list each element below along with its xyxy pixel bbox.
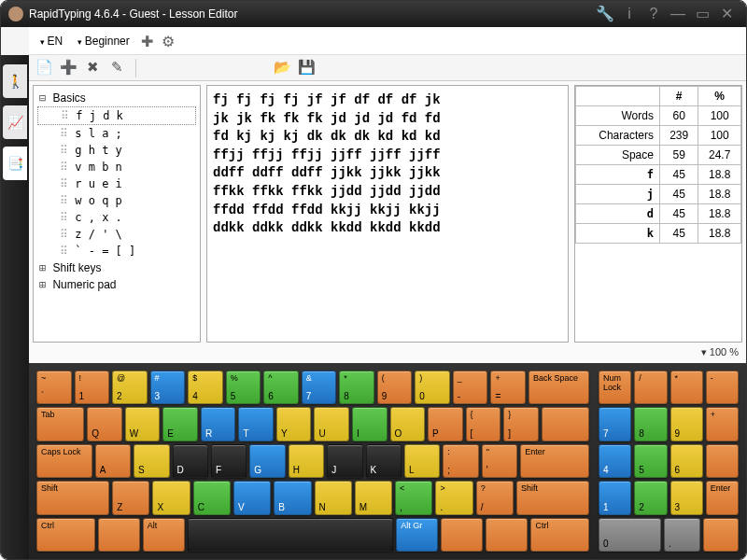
side-tab-stats[interactable]: 📈 <box>3 105 27 139</box>
key[interactable]: 0 <box>599 518 661 552</box>
key[interactable]: L <box>404 444 440 478</box>
key[interactable] <box>542 407 589 441</box>
key[interactable]: Alt <box>143 518 185 552</box>
key[interactable]: G <box>249 444 285 478</box>
key[interactable]: %5 <box>226 371 261 404</box>
lesson-item[interactable]: z / ' \ <box>37 226 196 243</box>
key[interactable]: O <box>390 407 426 441</box>
key[interactable]: }] <box>503 407 539 441</box>
key[interactable]: 5 <box>634 444 667 478</box>
key[interactable]: Ctrl <box>530 518 589 552</box>
key[interactable]: I <box>352 407 388 441</box>
key[interactable]: A <box>95 444 131 478</box>
key[interactable]: ~` <box>36 371 72 404</box>
key[interactable]: 8 <box>634 407 667 441</box>
key[interactable]: 7 <box>599 407 631 441</box>
edit-icon[interactable]: ✎ <box>107 59 126 77</box>
add-lesson-icon[interactable]: ➕ <box>59 59 78 77</box>
zoom-indicator[interactable]: ▾ 100 % <box>29 346 746 363</box>
key[interactable]: 4 <box>599 444 631 478</box>
key[interactable]: Num Lock <box>599 371 631 404</box>
key[interactable] <box>98 518 140 552</box>
key[interactable]: 1 <box>599 481 631 514</box>
open-folder-icon[interactable]: 📂 <box>273 59 291 77</box>
key[interactable]: Enter <box>706 481 739 514</box>
key[interactable]: * <box>670 371 703 404</box>
lesson-tree[interactable]: Basics f j d ks l a ;g h t yv m b nr u e… <box>33 85 201 343</box>
minimize-icon[interactable]: — <box>669 5 687 23</box>
side-tab-editor[interactable]: 📑 <box>3 147 27 180</box>
key[interactable]: . <box>664 518 700 552</box>
key[interactable]: !1 <box>75 371 110 404</box>
level-dropdown[interactable]: Beginner <box>72 32 135 50</box>
key[interactable]: >. <box>435 481 472 514</box>
key[interactable]: W <box>125 407 161 441</box>
gear-icon[interactable]: ⚙ <box>160 33 176 49</box>
lesson-item[interactable]: w o q p <box>37 192 196 209</box>
key[interactable]: @2 <box>112 371 148 404</box>
key[interactable]: K <box>366 444 402 478</box>
delete-icon[interactable]: ✖ <box>83 59 102 77</box>
key[interactable] <box>703 518 740 552</box>
folder-shift[interactable]: Shift keys <box>37 259 196 276</box>
key[interactable]: ?/ <box>476 481 514 514</box>
key[interactable] <box>486 518 528 552</box>
wrench-icon[interactable]: 🔧 <box>596 5 614 23</box>
key[interactable]: T <box>238 407 274 441</box>
key[interactable]: (9 <box>377 371 413 404</box>
key[interactable]: Tab <box>36 407 84 441</box>
key[interactable]: Y <box>276 407 312 441</box>
lesson-item[interactable]: g h t y <box>37 142 196 159</box>
key[interactable]: *8 <box>339 371 374 404</box>
key[interactable]: #3 <box>150 371 186 404</box>
key[interactable]: Alt Gr <box>396 518 438 552</box>
key[interactable]: :; <box>443 444 478 478</box>
key[interactable]: Caps Lock <box>36 444 92 478</box>
key[interactable]: Enter <box>520 444 589 478</box>
maximize-icon[interactable]: ▭ <box>693 5 712 23</box>
key[interactable]: J <box>327 444 362 478</box>
key[interactable]: 9 <box>670 407 703 441</box>
lesson-item[interactable]: ` - = [ ] <box>37 243 196 259</box>
lesson-item[interactable]: f j d k <box>37 106 196 125</box>
key[interactable]: )0 <box>415 371 450 404</box>
folder-basics[interactable]: Basics <box>37 90 196 106</box>
lesson-item[interactable]: v m b n <box>37 159 196 175</box>
lesson-item[interactable]: r u e i <box>37 175 196 192</box>
key[interactable]: += <box>490 371 526 404</box>
key[interactable] <box>441 518 483 552</box>
lesson-text[interactable]: fj fj fj fj jf jf df df df jk jk jk fk f… <box>207 86 568 342</box>
key[interactable]: Ctrl <box>36 518 95 552</box>
key[interactable] <box>706 444 739 478</box>
key[interactable]: Z <box>112 481 149 514</box>
key[interactable]: X <box>152 481 190 514</box>
key[interactable]: Shift <box>516 481 589 514</box>
key[interactable]: N <box>315 481 352 514</box>
key[interactable]: H <box>289 444 324 478</box>
add-icon[interactable]: ✚ <box>139 33 156 49</box>
key[interactable]: F <box>211 444 247 478</box>
key[interactable]: E <box>162 407 198 441</box>
key[interactable]: M <box>355 481 392 514</box>
key[interactable]: B <box>274 481 311 514</box>
key[interactable]: 6 <box>670 444 703 478</box>
key[interactable]: Q <box>87 407 122 441</box>
key[interactable]: ^6 <box>263 371 299 404</box>
key[interactable]: 2 <box>634 481 667 514</box>
key[interactable]: + <box>706 407 739 441</box>
save-icon[interactable]: 💾 <box>297 59 316 77</box>
key[interactable]: D <box>173 444 208 478</box>
key[interactable] <box>188 518 393 552</box>
new-file-icon[interactable]: 📄 <box>35 59 53 77</box>
key[interactable]: Shift <box>36 481 109 514</box>
folder-numpad[interactable]: Numeric pad <box>37 276 196 293</box>
close-icon[interactable]: ✕ <box>717 5 736 23</box>
key[interactable]: _- <box>453 371 488 404</box>
key[interactable]: $4 <box>188 371 223 404</box>
lesson-item[interactable]: s l a ; <box>37 125 196 142</box>
key[interactable]: <, <box>395 481 432 514</box>
side-tab-training[interactable]: 🚶 <box>3 64 27 98</box>
key[interactable]: V <box>233 481 271 514</box>
key[interactable]: Back Space <box>529 371 589 404</box>
key[interactable]: - <box>706 371 739 404</box>
